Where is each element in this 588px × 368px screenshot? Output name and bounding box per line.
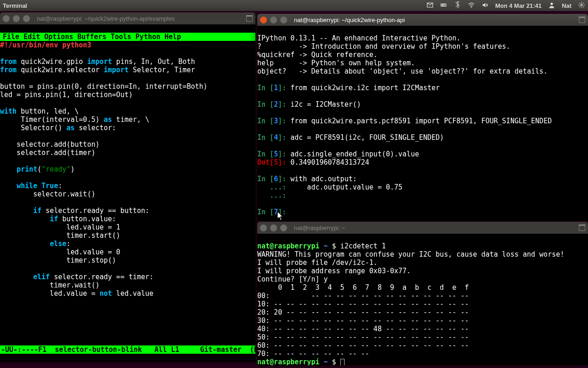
window-restore-icon[interactable] (579, 17, 585, 23)
svg-rect-2 (441, 4, 445, 6)
panel-clock[interactable]: Mon 4 Mar 21:41 (495, 2, 542, 9)
window-shell[interactable]: nat@raspberrypi: ~ nat@raspberrypi ~ $ i… (257, 222, 588, 365)
panel-tray: Mon 4 Mar 21:41 Nat (426, 1, 585, 10)
svg-point-7 (581, 4, 582, 6)
window-title: nat@raspberrypi: ~/quick2wire-python-api (294, 17, 405, 23)
svg-rect-1 (446, 4, 447, 6)
minimize-icon[interactable] (270, 224, 277, 231)
svg-point-3 (471, 7, 472, 8)
emacs-menu-edit[interactable]: Edit (22, 33, 42, 41)
minimize-icon[interactable] (270, 17, 277, 23)
titlebar-ipython[interactable]: nat@raspberrypi: ~/quick2wire-python-api (257, 14, 588, 26)
ipy-banner: IPython 0.13.1 -- An enhanced Interactiv… (257, 34, 461, 42)
window-title: nat@raspberrypi: ~ (294, 224, 345, 231)
maximize-icon[interactable] (280, 224, 287, 231)
close-icon[interactable] (260, 17, 267, 23)
close-icon[interactable] (260, 224, 267, 231)
emacs-menu-options[interactable]: Options (42, 33, 75, 41)
window-restore-icon[interactable] (246, 15, 253, 22)
emacs-menubar[interactable]: FileEditOptionsBuffersToolsPythonHelp (0, 33, 255, 41)
top-panel: Terminal Mon 4 Mar 21:41 Nat (0, 0, 588, 11)
gear-icon[interactable] (578, 1, 585, 10)
emacs-buffer[interactable]: FileEditOptionsBuffersToolsPythonHelp#!/… (0, 24, 255, 362)
mail-icon[interactable] (426, 1, 434, 10)
emacs-menu-file[interactable]: File (1, 33, 21, 41)
volume-icon[interactable] (481, 1, 489, 10)
bluetooth-icon[interactable] (454, 1, 461, 10)
maximize-icon[interactable] (280, 17, 287, 23)
emacs-menu-python[interactable]: Python (134, 33, 162, 41)
emacs-menu-buffers[interactable]: Buffers (75, 33, 108, 41)
window-ipython[interactable]: nat@raspberrypi: ~/quick2wire-python-api… (257, 14, 588, 221)
cursor (340, 359, 345, 365)
emacs-modeline: -UU-:----F1 selector-button-blink All L1… (0, 345, 255, 354)
minimize-icon[interactable] (13, 15, 20, 22)
window-title: nat@raspberrypi: ~/quick2wire-python-api… (37, 15, 175, 22)
maximize-icon[interactable] (23, 15, 30, 22)
titlebar-emacs[interactable]: nat@raspberrypi: ~/quick2wire-python-api… (0, 12, 255, 24)
emacs-menu-tools[interactable]: Tools (109, 33, 133, 41)
window-restore-icon[interactable] (579, 224, 585, 231)
svg-point-6 (550, 2, 553, 5)
close-icon[interactable] (3, 15, 10, 22)
emacs-menu-help[interactable]: Help (163, 33, 183, 41)
window-emacs[interactable]: nat@raspberrypi: ~/quick2wire-python-api… (0, 12, 255, 362)
panel-user[interactable]: Nat (562, 2, 571, 9)
wifi-icon[interactable] (468, 1, 475, 10)
shell-cmd: i2cdetect 1 (340, 242, 386, 250)
titlebar-shell[interactable]: nat@raspberrypi: ~ (257, 222, 588, 234)
battery-icon[interactable] (440, 1, 447, 10)
user-icon[interactable] (548, 1, 555, 10)
panel-app-title: Terminal (3, 2, 426, 9)
code-shebang: #!/usr/bin/env python3 (0, 41, 91, 49)
shell-buffer[interactable]: nat@raspberrypi ~ $ i2cdetect 1 WARNING!… (257, 234, 588, 365)
ipython-buffer[interactable]: IPython 0.13.1 -- An enhanced Interactiv… (257, 26, 588, 221)
